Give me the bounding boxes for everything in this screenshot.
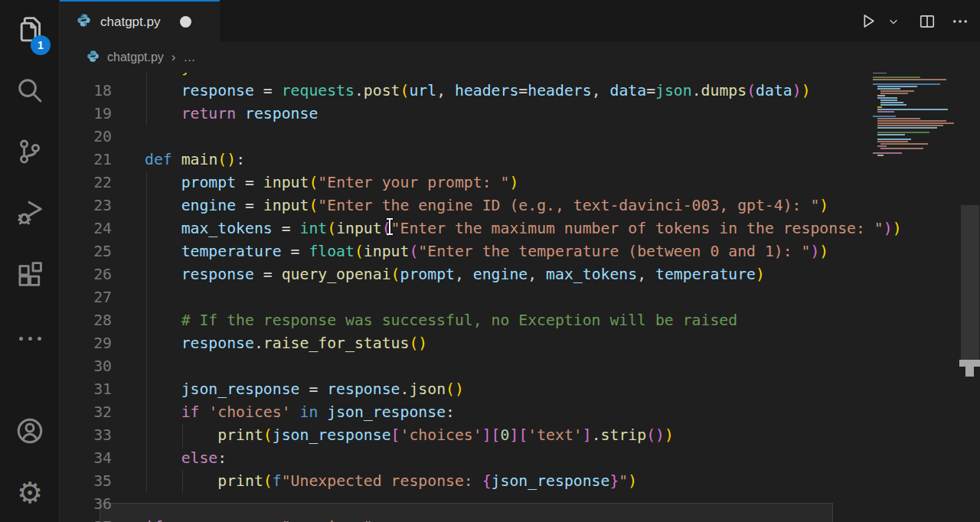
unsaved-changes-dot[interactable]	[180, 16, 191, 28]
editor-group: chatgpt.py chatgpt.py ›	[60, 0, 980, 522]
line-content: max_tokens = int(input("Enter the maximu…	[112, 217, 902, 240]
code-line-35[interactable]: 35 print(f"Unexpected response: {json_re…	[60, 470, 902, 493]
line-content: return response	[112, 103, 318, 126]
ellipsis-icon	[951, 12, 969, 31]
code-line-29[interactable]: 29 response.raise_for_status()	[60, 332, 902, 355]
line-number[interactable]: 29	[60, 332, 112, 355]
settings-button[interactable]: ⚙	[0, 468, 60, 517]
breadcrumb-item-symbol[interactable]: …	[184, 51, 196, 64]
tab-label: chatgpt.py	[100, 15, 160, 30]
line-content: }	[112, 73, 191, 80]
code-line-32[interactable]: 32 if 'choices' in json_response:	[60, 401, 902, 424]
line-content: temperature = float(input("Enter the tem…	[112, 240, 828, 263]
code-line-36[interactable]: 36	[60, 493, 902, 516]
line-content: if 'choices' in json_response:	[112, 401, 455, 424]
line-content	[112, 126, 145, 148]
line-number[interactable]: 22	[60, 171, 112, 194]
scrollbar-marker-stem	[965, 367, 974, 377]
scrollbar-marker	[959, 360, 980, 367]
code-line-34[interactable]: 34 else:	[60, 447, 902, 470]
run-dropdown-button[interactable]	[888, 16, 899, 27]
line-number[interactable]: 28	[60, 309, 112, 332]
person-icon	[15, 416, 44, 449]
line-number[interactable]: 35	[60, 470, 112, 493]
line-number[interactable]: 20	[60, 126, 112, 148]
code-line-28[interactable]: 28 # If the response was successful, no …	[60, 309, 902, 332]
code-line-33[interactable]: 33 print(json_response['choices'][0]['te…	[60, 424, 902, 447]
line-number[interactable]: 23	[60, 194, 112, 217]
sidebar-item-source-control[interactable]	[0, 129, 60, 178]
code-line-21[interactable]: 21def main():	[60, 148, 902, 171]
line-content: response.raise_for_status()	[112, 332, 427, 355]
python-file-icon	[87, 50, 100, 66]
code-line-37[interactable]: 37if __name__ == "__main__":	[60, 516, 902, 522]
line-content: # If the response was successful, no Exc…	[112, 309, 737, 332]
split-editor-icon	[919, 13, 936, 30]
code-line-31[interactable]: 31 json_response = response.json()	[60, 378, 902, 401]
line-number[interactable]: 30	[60, 355, 112, 378]
code-line-22[interactable]: 22 prompt = input("Enter your prompt: ")	[60, 171, 902, 194]
sidebar-item-extensions[interactable]	[0, 251, 60, 300]
sidebar-item-more[interactable]	[0, 314, 60, 363]
run-button[interactable]	[860, 12, 877, 30]
line-number[interactable]: 25	[60, 240, 112, 263]
play-icon	[860, 12, 877, 30]
line-content: json_response = response.json()	[112, 378, 464, 401]
line-number[interactable]: 36	[60, 493, 112, 516]
sidebar-item-explorer[interactable]: 1	[0, 6, 60, 55]
breadcrumb: chatgpt.py › …	[60, 42, 980, 73]
line-number[interactable]: 34	[60, 447, 112, 470]
line-number[interactable]: 32	[60, 401, 112, 424]
line-content: print(f"Unexpected response: {json_respo…	[112, 470, 637, 493]
code-line-24[interactable]: 24 max_tokens = int(input("Enter the max…	[60, 217, 902, 240]
code-line-20[interactable]: 20	[60, 126, 902, 148]
line-content: def main():	[112, 148, 245, 171]
git-branch-icon	[16, 138, 44, 168]
mouse-ibeam-cursor	[384, 217, 395, 236]
code-line-17[interactable]: 17 }	[60, 73, 902, 80]
split-editor-button[interactable]	[919, 13, 936, 30]
editor-more-actions-button[interactable]	[951, 12, 969, 31]
tab-chatgpt-py[interactable]: chatgpt.py	[60, 0, 220, 42]
ellipsis-icon	[19, 337, 41, 341]
code-line-25[interactable]: 25 temperature = float(input("Enter the …	[60, 240, 902, 263]
line-number[interactable]: 33	[60, 424, 112, 447]
tab-strip: chatgpt.py	[60, 0, 980, 42]
activity-bar: 1	[0, 0, 60, 522]
line-content: if __name__ == "__main__":	[112, 516, 382, 522]
line-number[interactable]: 18	[60, 80, 112, 103]
line-number[interactable]: 21	[60, 148, 112, 171]
line-number[interactable]: 26	[60, 263, 112, 286]
line-number[interactable]: 37	[60, 516, 112, 522]
line-content	[112, 355, 145, 378]
line-content: prompt = input("Enter your prompt: ")	[112, 171, 518, 194]
sidebar-item-search[interactable]	[0, 67, 60, 116]
code-line-30[interactable]: 30	[60, 355, 902, 378]
account-button[interactable]	[0, 408, 60, 457]
debug-icon	[15, 198, 44, 230]
line-number[interactable]: 27	[60, 286, 112, 309]
line-number[interactable]: 19	[60, 103, 112, 126]
line-number[interactable]: 31	[60, 378, 112, 401]
code-line-18[interactable]: 18 response = requests.post(url, headers…	[60, 80, 902, 103]
gear-icon: ⚙	[17, 478, 43, 507]
line-content: else:	[112, 447, 227, 470]
breadcrumb-separator: ›	[172, 50, 176, 65]
breadcrumb-item-file[interactable]: chatgpt.py	[107, 51, 164, 64]
code-line-26[interactable]: 26 response = query_openai(prompt, engin…	[60, 263, 902, 286]
line-content: response = query_openai(prompt, engine, …	[112, 263, 765, 286]
line-number[interactable]: 24	[60, 217, 112, 240]
line-content: response = requests.post(url, headers=he…	[112, 80, 811, 103]
minimap[interactable]	[873, 73, 959, 374]
scrollbar-thumb[interactable]	[961, 205, 979, 366]
line-number[interactable]: 17	[60, 73, 112, 80]
sidebar-item-run-debug[interactable]	[0, 190, 60, 239]
line-content	[112, 493, 145, 516]
line-content: engine = input("Enter the engine ID (e.g…	[112, 194, 828, 217]
code-line-27[interactable]: 27	[60, 286, 902, 309]
code-line-23[interactable]: 23 engine = input("Enter the engine ID (…	[60, 194, 902, 217]
code-line-19[interactable]: 19 return response	[60, 103, 902, 126]
extensions-icon	[16, 260, 44, 291]
line-content: print(json_response['choices'][0]['text'…	[112, 424, 674, 447]
code-editor[interactable]: 17 }18 response = requests.post(url, hea…	[60, 73, 980, 522]
